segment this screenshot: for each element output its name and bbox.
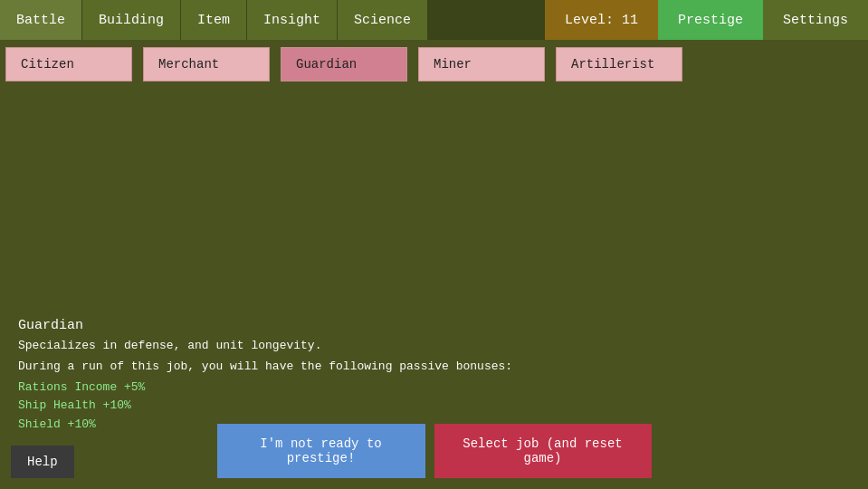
job-card-guardian[interactable]: Guardian [281,47,407,82]
tab-science[interactable]: Science [338,0,428,40]
tab-building[interactable]: Building [82,0,181,40]
prestige-button[interactable]: Prestige [658,0,763,40]
settings-button[interactable]: Settings [763,0,868,40]
job-row: Citizen Merchant Guardian Miner Artiller… [0,40,868,82]
bonus-ship-health: Ship Health +10% [18,397,850,416]
tab-battle[interactable]: Battle [0,0,82,40]
job-card-merchant[interactable]: Merchant [143,47,270,82]
job-description: Specializes in defense, and unit longevi… [18,339,850,352]
not-ready-button[interactable]: I'm not ready to prestige! [217,424,425,478]
level-display: Level: 11 [545,0,658,40]
select-job-button[interactable]: Select job (and reset game) [434,424,652,478]
job-card-miner[interactable]: Miner [418,47,545,82]
job-title: Guardian [18,318,850,333]
bonus-rations: Rations Income +5% [18,379,850,398]
tab-insight[interactable]: Insight [247,0,338,40]
description-area: Guardian Specializes in defense, and uni… [18,318,850,435]
job-card-artillerist[interactable]: Artillerist [556,47,682,82]
job-card-citizen[interactable]: Citizen [5,47,132,82]
tab-item[interactable]: Item [181,0,247,40]
bottom-buttons: I'm not ready to prestige! Select job (a… [217,424,652,478]
top-nav: Battle Building Item Insight Science Lev… [0,0,868,40]
help-button[interactable]: Help [11,446,74,478]
job-passive-label: During a run of this job, you will have … [18,360,850,373]
